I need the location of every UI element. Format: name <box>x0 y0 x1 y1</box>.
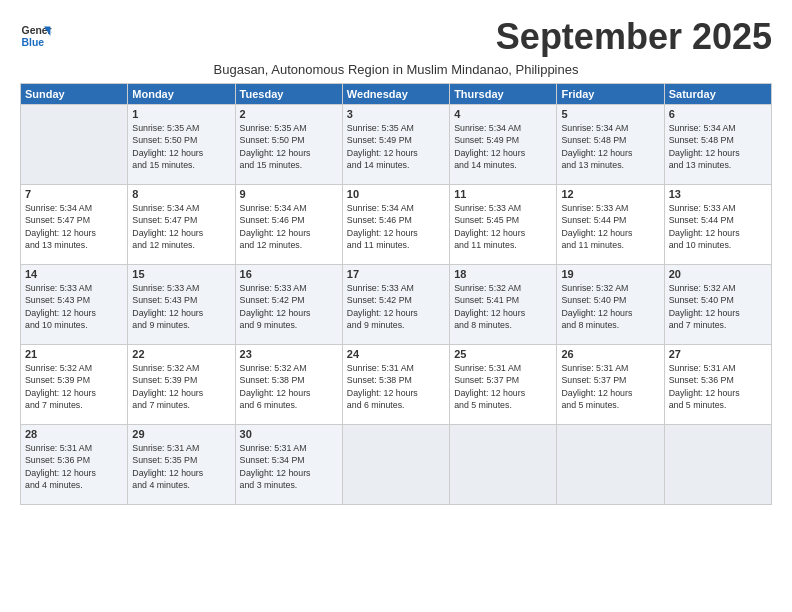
day-info: Sunrise: 5:34 AMSunset: 5:49 PMDaylight:… <box>454 122 552 171</box>
col-sunday: Sunday <box>21 84 128 105</box>
table-row: 27Sunrise: 5:31 AMSunset: 5:36 PMDayligh… <box>664 345 771 425</box>
day-number: 30 <box>240 428 338 440</box>
calendar-week-row: 21Sunrise: 5:32 AMSunset: 5:39 PMDayligh… <box>21 345 772 425</box>
day-info: Sunrise: 5:32 AMSunset: 5:39 PMDaylight:… <box>132 362 230 411</box>
table-row: 11Sunrise: 5:33 AMSunset: 5:45 PMDayligh… <box>450 185 557 265</box>
day-info: Sunrise: 5:35 AMSunset: 5:49 PMDaylight:… <box>347 122 445 171</box>
day-number: 21 <box>25 348 123 360</box>
table-row: 9Sunrise: 5:34 AMSunset: 5:46 PMDaylight… <box>235 185 342 265</box>
day-info: Sunrise: 5:34 AMSunset: 5:48 PMDaylight:… <box>669 122 767 171</box>
table-row <box>342 425 449 505</box>
col-wednesday: Wednesday <box>342 84 449 105</box>
table-row <box>664 425 771 505</box>
table-row: 29Sunrise: 5:31 AMSunset: 5:35 PMDayligh… <box>128 425 235 505</box>
day-number: 9 <box>240 188 338 200</box>
day-number: 17 <box>347 268 445 280</box>
day-info: Sunrise: 5:32 AMSunset: 5:39 PMDaylight:… <box>25 362 123 411</box>
table-row: 4Sunrise: 5:34 AMSunset: 5:49 PMDaylight… <box>450 105 557 185</box>
day-number: 3 <box>347 108 445 120</box>
day-info: Sunrise: 5:34 AMSunset: 5:46 PMDaylight:… <box>347 202 445 251</box>
day-info: Sunrise: 5:33 AMSunset: 5:43 PMDaylight:… <box>25 282 123 331</box>
day-number: 16 <box>240 268 338 280</box>
day-number: 12 <box>561 188 659 200</box>
day-number: 23 <box>240 348 338 360</box>
day-info: Sunrise: 5:31 AMSunset: 5:37 PMDaylight:… <box>454 362 552 411</box>
day-info: Sunrise: 5:33 AMSunset: 5:44 PMDaylight:… <box>561 202 659 251</box>
table-row: 19Sunrise: 5:32 AMSunset: 5:40 PMDayligh… <box>557 265 664 345</box>
day-info: Sunrise: 5:33 AMSunset: 5:45 PMDaylight:… <box>454 202 552 251</box>
day-info: Sunrise: 5:33 AMSunset: 5:42 PMDaylight:… <box>240 282 338 331</box>
day-number: 7 <box>25 188 123 200</box>
col-saturday: Saturday <box>664 84 771 105</box>
table-row: 16Sunrise: 5:33 AMSunset: 5:42 PMDayligh… <box>235 265 342 345</box>
table-row: 13Sunrise: 5:33 AMSunset: 5:44 PMDayligh… <box>664 185 771 265</box>
day-number: 13 <box>669 188 767 200</box>
day-number: 1 <box>132 108 230 120</box>
day-number: 8 <box>132 188 230 200</box>
day-number: 19 <box>561 268 659 280</box>
subtitle: Bugasan, Autonomous Region in Muslim Min… <box>20 62 772 77</box>
day-info: Sunrise: 5:33 AMSunset: 5:42 PMDaylight:… <box>347 282 445 331</box>
day-number: 15 <box>132 268 230 280</box>
day-number: 4 <box>454 108 552 120</box>
day-info: Sunrise: 5:32 AMSunset: 5:40 PMDaylight:… <box>669 282 767 331</box>
table-row: 20Sunrise: 5:32 AMSunset: 5:40 PMDayligh… <box>664 265 771 345</box>
svg-text:Blue: Blue <box>22 37 45 48</box>
table-row: 28Sunrise: 5:31 AMSunset: 5:36 PMDayligh… <box>21 425 128 505</box>
day-info: Sunrise: 5:33 AMSunset: 5:43 PMDaylight:… <box>132 282 230 331</box>
table-row: 14Sunrise: 5:33 AMSunset: 5:43 PMDayligh… <box>21 265 128 345</box>
day-info: Sunrise: 5:31 AMSunset: 5:36 PMDaylight:… <box>25 442 123 491</box>
calendar-week-row: 14Sunrise: 5:33 AMSunset: 5:43 PMDayligh… <box>21 265 772 345</box>
day-info: Sunrise: 5:35 AMSunset: 5:50 PMDaylight:… <box>240 122 338 171</box>
day-info: Sunrise: 5:32 AMSunset: 5:38 PMDaylight:… <box>240 362 338 411</box>
day-info: Sunrise: 5:31 AMSunset: 5:35 PMDaylight:… <box>132 442 230 491</box>
table-row: 5Sunrise: 5:34 AMSunset: 5:48 PMDaylight… <box>557 105 664 185</box>
day-info: Sunrise: 5:34 AMSunset: 5:48 PMDaylight:… <box>561 122 659 171</box>
day-info: Sunrise: 5:33 AMSunset: 5:44 PMDaylight:… <box>669 202 767 251</box>
calendar-table: Sunday Monday Tuesday Wednesday Thursday… <box>20 83 772 505</box>
table-row: 2Sunrise: 5:35 AMSunset: 5:50 PMDaylight… <box>235 105 342 185</box>
table-row: 8Sunrise: 5:34 AMSunset: 5:47 PMDaylight… <box>128 185 235 265</box>
month-title: September 2025 <box>496 16 772 58</box>
day-number: 25 <box>454 348 552 360</box>
day-number: 10 <box>347 188 445 200</box>
day-number: 18 <box>454 268 552 280</box>
day-info: Sunrise: 5:34 AMSunset: 5:47 PMDaylight:… <box>25 202 123 251</box>
day-info: Sunrise: 5:35 AMSunset: 5:50 PMDaylight:… <box>132 122 230 171</box>
day-info: Sunrise: 5:31 AMSunset: 5:36 PMDaylight:… <box>669 362 767 411</box>
table-row: 7Sunrise: 5:34 AMSunset: 5:47 PMDaylight… <box>21 185 128 265</box>
calendar-week-row: 1Sunrise: 5:35 AMSunset: 5:50 PMDaylight… <box>21 105 772 185</box>
day-info: Sunrise: 5:34 AMSunset: 5:47 PMDaylight:… <box>132 202 230 251</box>
col-monday: Monday <box>128 84 235 105</box>
calendar-week-row: 28Sunrise: 5:31 AMSunset: 5:36 PMDayligh… <box>21 425 772 505</box>
calendar-week-row: 7Sunrise: 5:34 AMSunset: 5:47 PMDaylight… <box>21 185 772 265</box>
logo: General Blue <box>20 20 52 52</box>
day-info: Sunrise: 5:32 AMSunset: 5:40 PMDaylight:… <box>561 282 659 331</box>
col-tuesday: Tuesday <box>235 84 342 105</box>
day-number: 26 <box>561 348 659 360</box>
table-row <box>21 105 128 185</box>
day-number: 2 <box>240 108 338 120</box>
day-number: 29 <box>132 428 230 440</box>
table-row: 17Sunrise: 5:33 AMSunset: 5:42 PMDayligh… <box>342 265 449 345</box>
table-row: 25Sunrise: 5:31 AMSunset: 5:37 PMDayligh… <box>450 345 557 425</box>
table-row: 18Sunrise: 5:32 AMSunset: 5:41 PMDayligh… <box>450 265 557 345</box>
table-row: 1Sunrise: 5:35 AMSunset: 5:50 PMDaylight… <box>128 105 235 185</box>
table-row: 26Sunrise: 5:31 AMSunset: 5:37 PMDayligh… <box>557 345 664 425</box>
day-number: 6 <box>669 108 767 120</box>
calendar-header-row: Sunday Monday Tuesday Wednesday Thursday… <box>21 84 772 105</box>
table-row: 3Sunrise: 5:35 AMSunset: 5:49 PMDaylight… <box>342 105 449 185</box>
table-row: 23Sunrise: 5:32 AMSunset: 5:38 PMDayligh… <box>235 345 342 425</box>
table-row <box>557 425 664 505</box>
table-row: 12Sunrise: 5:33 AMSunset: 5:44 PMDayligh… <box>557 185 664 265</box>
day-number: 27 <box>669 348 767 360</box>
table-row: 10Sunrise: 5:34 AMSunset: 5:46 PMDayligh… <box>342 185 449 265</box>
logo-icon: General Blue <box>20 20 52 52</box>
day-number: 5 <box>561 108 659 120</box>
table-row: 21Sunrise: 5:32 AMSunset: 5:39 PMDayligh… <box>21 345 128 425</box>
day-number: 28 <box>25 428 123 440</box>
table-row: 6Sunrise: 5:34 AMSunset: 5:48 PMDaylight… <box>664 105 771 185</box>
page: General Blue September 2025 Bugasan, Aut… <box>0 0 792 612</box>
table-row: 24Sunrise: 5:31 AMSunset: 5:38 PMDayligh… <box>342 345 449 425</box>
col-friday: Friday <box>557 84 664 105</box>
